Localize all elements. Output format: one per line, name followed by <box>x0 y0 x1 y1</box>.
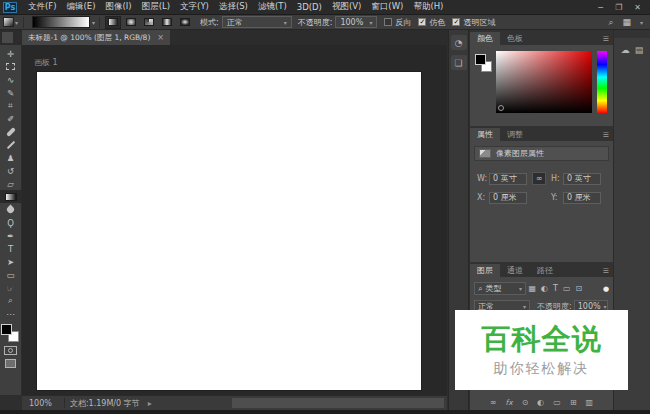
hand-tool[interactable]: ☞ <box>0 281 22 294</box>
tab-properties[interactable]: 属性 <box>470 128 500 141</box>
delete-layer-icon[interactable]: ▥ <box>586 398 594 407</box>
filter-smart-object-icon[interactable]: ⊡ <box>576 284 583 293</box>
workspace-icon[interactable]: ▦ <box>622 17 631 27</box>
gradient-preview[interactable] <box>32 16 90 28</box>
hue-slider[interactable] <box>597 51 607 113</box>
panel-menu-icon[interactable]: ☰ <box>603 267 613 277</box>
history-brush-tool[interactable]: ↺ <box>0 164 22 177</box>
layer-filter-value: 类型 <box>485 283 501 294</box>
transparency-checkbox[interactable]: ✓ <box>452 18 460 26</box>
layer-style-icon[interactable]: fx <box>506 398 513 407</box>
tab-swatches[interactable]: 色板 <box>500 32 530 45</box>
menu-image[interactable]: 图像(I) <box>101 1 137 13</box>
history-panel-icon[interactable]: ◔ <box>451 35 467 50</box>
clone-source-panel-icon[interactable]: ❏ <box>451 55 467 70</box>
linear-gradient-button[interactable] <box>105 16 121 29</box>
tab-layers[interactable]: 图层 <box>470 264 500 277</box>
status-arrow-icon[interactable]: ▸ <box>148 399 152 408</box>
radial-gradient-button[interactable] <box>123 16 139 29</box>
gradient-picker-arrow-icon[interactable]: ▾ <box>92 19 95 26</box>
eyedropper-tool[interactable]: ✐ <box>0 112 22 125</box>
blur-tool[interactable] <box>0 203 22 216</box>
dither-checkbox[interactable]: ✓ <box>418 18 426 26</box>
x-field[interactable]: 0 厘米 <box>489 192 527 204</box>
brush-tool[interactable] <box>0 138 22 151</box>
tab-channels[interactable]: 通道 <box>500 264 530 277</box>
libraries-icon[interactable]: ☁ <box>621 45 630 55</box>
tool-preset-picker[interactable]: ▾ <box>3 17 19 28</box>
filter-adjustment-layers-icon[interactable]: ◐ <box>541 284 548 293</box>
menu-help[interactable]: 帮助(H) <box>408 1 448 13</box>
layer-filter-select[interactable]: ⌕ 类型 ▾ <box>474 282 526 295</box>
menu-file[interactable]: 文件(F) <box>23 1 62 13</box>
y-field[interactable]: 0 厘米 <box>563 192 601 204</box>
filter-pixel-layers-icon[interactable]: ▦ <box>529 284 537 293</box>
list-icon[interactable]: ▤ <box>635 45 644 55</box>
reflected-gradient-button[interactable] <box>159 16 175 29</box>
menu-select[interactable]: 选择(S) <box>214 1 253 13</box>
filter-type-layers-icon[interactable]: T <box>553 284 558 293</box>
healing-brush-tool[interactable] <box>0 125 22 138</box>
tab-color[interactable]: 颜色 <box>470 32 500 45</box>
screen-mode-button[interactable] <box>0 357 22 370</box>
reverse-checkbox[interactable] <box>384 18 392 26</box>
zoom-tool[interactable]: ⌕ <box>0 294 22 307</box>
foreground-color-swatch[interactable] <box>1 324 12 335</box>
document-tab[interactable]: 未标题-1 @ 100% (图层 1, RGB/8) × <box>22 30 170 45</box>
pen-tool[interactable]: ✒ <box>0 229 22 242</box>
quick-mask-button[interactable] <box>0 344 22 357</box>
width-field[interactable]: 0 英寸 <box>489 173 527 185</box>
color-swatches[interactable] <box>1 324 20 344</box>
edit-toolbar-button[interactable]: ⋯ <box>0 307 22 320</box>
dodge-tool[interactable]: Ϙ <box>0 216 22 229</box>
menu-edit[interactable]: 编辑(E) <box>62 1 101 13</box>
layer-mask-icon[interactable]: ⊙ <box>522 398 529 407</box>
opacity-select[interactable]: 100% ▾ <box>335 16 377 28</box>
close-button[interactable]: ✕ <box>634 3 641 12</box>
height-field[interactable]: 0 英寸 <box>563 173 601 185</box>
color-field[interactable] <box>496 51 592 113</box>
crop-tool[interactable]: ⌗ <box>0 99 22 112</box>
gradient-tool[interactable] <box>0 190 22 203</box>
move-tool[interactable]: ✛ <box>0 47 22 60</box>
canvas[interactable] <box>37 72 421 390</box>
menu-3d[interactable]: 3D(D) <box>292 2 327 12</box>
blend-mode-select[interactable]: 正常 ▾ <box>222 16 292 28</box>
clone-stamp-tool[interactable]: ♟ <box>0 151 22 164</box>
panel-menu-icon[interactable]: ☰ <box>603 35 613 45</box>
foreground-color-mini-swatch[interactable] <box>475 54 486 65</box>
filter-shape-layers-icon[interactable]: ▭ <box>563 284 571 293</box>
maximize-button[interactable]: ❐ <box>615 3 622 12</box>
marquee-tool[interactable] <box>0 60 22 73</box>
tab-adjustments[interactable]: 调整 <box>500 128 530 141</box>
filter-toggle-icon[interactable]: ● <box>603 285 609 293</box>
horizontal-scrollbar[interactable] <box>232 398 444 408</box>
document-tab-close-icon[interactable]: × <box>157 33 164 42</box>
toolbar-collapse-button[interactable] <box>2 32 13 43</box>
link-layers-icon[interactable]: ∞ <box>490 398 497 407</box>
workspace-arrow-icon[interactable]: ▾ <box>640 19 643 26</box>
menu-view[interactable]: 视图(V) <box>327 1 366 13</box>
zoom-level-field[interactable]: 100% <box>22 399 59 408</box>
eraser-tool[interactable]: ▱ <box>0 177 22 190</box>
menu-filter[interactable]: 滤镜(T) <box>253 1 292 13</box>
search-icon[interactable]: ⌕ <box>608 17 613 28</box>
lasso-tool[interactable]: ∿ <box>0 73 22 86</box>
menu-type[interactable]: 文字(Y) <box>175 1 214 13</box>
angle-gradient-button[interactable] <box>141 16 157 29</box>
menu-layer[interactable]: 图层(L) <box>137 1 175 13</box>
adjustment-layer-icon[interactable]: ◐ <box>537 398 544 407</box>
path-selection-tool[interactable]: ➤ <box>0 255 22 268</box>
diamond-gradient-button[interactable] <box>177 16 193 29</box>
quick-selection-tool[interactable]: ✎ <box>0 86 22 99</box>
type-tool[interactable]: T <box>0 242 22 255</box>
link-dimensions-icon[interactable]: ∞ <box>532 172 546 185</box>
shape-tool[interactable]: ▭ <box>0 268 22 281</box>
tab-paths[interactable]: 路径 <box>530 264 560 277</box>
artboard-label[interactable]: 画板 1 <box>34 57 58 68</box>
layer-group-icon[interactable]: ▭ <box>553 398 561 407</box>
minimize-button[interactable]: ─ <box>598 3 603 12</box>
new-layer-icon[interactable]: ⊞ <box>570 398 577 407</box>
menu-window[interactable]: 窗口(W) <box>366 1 408 13</box>
panel-menu-icon[interactable]: ☰ <box>603 131 613 141</box>
